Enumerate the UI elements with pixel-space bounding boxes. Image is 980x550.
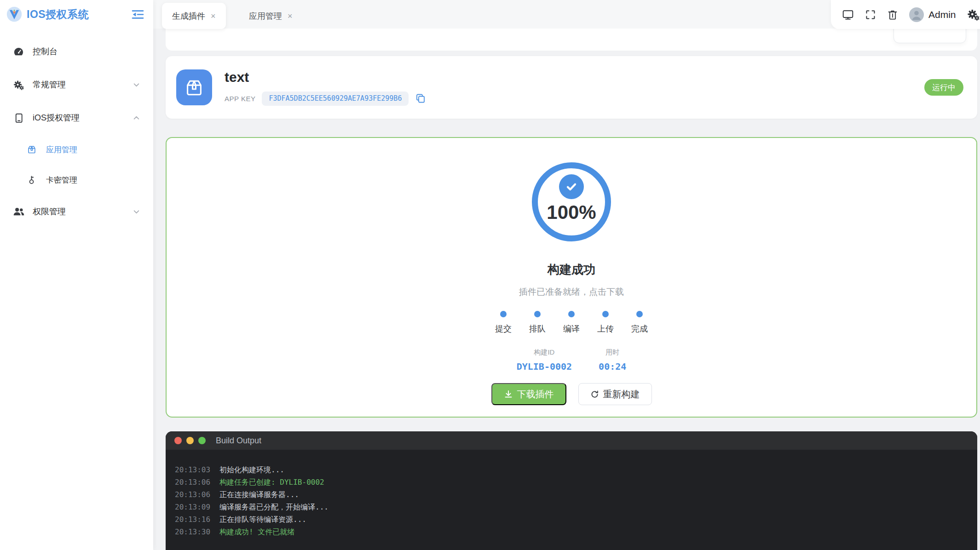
build-actions: 下载插件 重新构建 (491, 383, 652, 405)
refresh-icon (590, 390, 599, 399)
sidebar-item-label: 应用管理 (46, 144, 77, 155)
mobile-device-icon (12, 113, 24, 123)
build-status-subtitle: 插件已准备就绪，点击下载 (519, 286, 624, 298)
duration-label: 用时 (605, 348, 619, 357)
chevron-up-icon (133, 114, 140, 122)
log-line: 20:13:06构建任务已创建: DYLIB-0002 (175, 476, 977, 488)
scrolled-card-remnant (166, 29, 977, 51)
build-result-card: 100% 构建成功 插件已准备就绪，点击下载 提交 排队 编译 上传 完成 构建… (166, 137, 977, 418)
app-title: IOS授权系统 (27, 7, 127, 22)
sidebar-item-ios-auth-management[interactable]: iOS授权管理 (0, 101, 153, 134)
download-plugin-button[interactable]: 下载插件 (491, 383, 566, 405)
step-dot (636, 311, 643, 317)
progress-percent: 100% (547, 201, 596, 223)
chevron-down-icon (133, 81, 140, 89)
traffic-light-green-icon (198, 437, 206, 444)
user-menu[interactable]: Admin (909, 7, 956, 22)
step-upload: 上传 (592, 311, 619, 334)
step-dot (534, 311, 541, 317)
tab-app-management[interactable]: 应用管理 × (239, 3, 303, 29)
app-key-value[interactable]: F3DFA5DB2C5EE560929AE7A93FE299B6 (262, 92, 409, 106)
log-line: 20:13:16正在排队等待编译资源... (175, 513, 977, 526)
log-line: 20:13:30构建成功! 文件已就绪 (175, 526, 977, 538)
package-icon (26, 144, 38, 155)
tab-generate-plugin[interactable]: 生成插件 × (162, 3, 226, 29)
log-line: 20:13:09编译服务器已分配，开始编译... (175, 501, 977, 513)
sidebar-item-label: 控制台 (33, 46, 58, 57)
users-icon (12, 206, 24, 217)
step-dot (568, 311, 575, 317)
fullscreen-icon[interactable] (865, 9, 876, 20)
monitor-icon[interactable] (842, 9, 854, 21)
log-line: 20:13:06正在连接编译服务器... (175, 488, 977, 501)
progress-ring: 100% (532, 162, 611, 241)
sidebar-item-label: 权限管理 (33, 206, 66, 217)
app-logo-icon (6, 6, 22, 22)
step-submit: 提交 (490, 311, 517, 334)
app-info: text APP KEY F3DFA5DB2C5EE560929AE7A93FE… (225, 69, 426, 106)
sidebar-menu: 控制台 (0, 29, 153, 228)
check-circle-icon (559, 174, 584, 199)
log-line: 20:13:03初始化构建环境... (175, 464, 977, 476)
sidebar-item-label: 卡密管理 (46, 175, 77, 185)
close-icon[interactable]: × (211, 12, 216, 20)
build-status-title: 构建成功 (548, 262, 595, 278)
sidebar-item-card-key-management[interactable]: 卡密管理 (0, 165, 153, 195)
traffic-light-yellow-icon (186, 437, 194, 444)
step-dot (500, 311, 507, 317)
step-queue: 排队 (524, 311, 551, 334)
sidebar-item-dashboard[interactable]: 控制台 (0, 35, 153, 68)
chevron-down-icon (133, 208, 140, 216)
app-key-label: APP KEY (225, 95, 255, 103)
duration-block: 用时 00:24 (599, 348, 626, 372)
tab-label: 应用管理 (249, 11, 282, 22)
sidebar-item-general-management[interactable]: 常规管理 (0, 68, 153, 101)
gears-icon (12, 80, 24, 90)
build-id-block: 构建ID DYLIB-0002 (517, 348, 572, 372)
sidebar-item-permission-management[interactable]: 权限管理 (0, 195, 153, 228)
avatar (909, 7, 924, 22)
sidebar-item-app-management[interactable]: 应用管理 (0, 134, 153, 165)
build-steps: 提交 排队 编译 上传 完成 (490, 311, 653, 334)
tab-label: 生成插件 (172, 11, 205, 22)
traffic-light-red-icon (174, 437, 182, 444)
step-done: 完成 (626, 311, 653, 334)
sidebar: IOS授权系统 控制台 (0, 0, 153, 550)
key-icon (26, 175, 38, 185)
step-dot (602, 311, 609, 317)
step-compile: 编译 (558, 311, 585, 334)
build-id-value: DYLIB-0002 (517, 361, 572, 372)
topbar-actions: Admin (831, 0, 980, 29)
app-name: text (225, 69, 426, 85)
terminal-log: 20:13:03初始化构建环境... 20:13:06构建任务已创建: DYLI… (166, 450, 977, 538)
terminal-header: Build Output (166, 431, 977, 450)
sidebar-item-label: 常规管理 (33, 79, 66, 90)
build-meta: 构建ID DYLIB-0002 用时 00:24 (517, 348, 627, 372)
user-name: Admin (928, 9, 956, 20)
status-badge: 运行中 (924, 79, 963, 96)
app-package-icon (176, 69, 212, 105)
sidebar-item-label: iOS授权管理 (33, 112, 80, 123)
close-icon[interactable]: × (288, 12, 293, 20)
logo-row: IOS授权系统 (0, 0, 153, 29)
app-key-row: APP KEY F3DFA5DB2C5EE560929AE7A93FE299B6 (225, 92, 426, 106)
duration-value: 00:24 (599, 361, 626, 372)
rebuild-button[interactable]: 重新构建 (578, 383, 652, 405)
trash-icon[interactable] (887, 9, 898, 20)
copy-icon[interactable] (415, 93, 426, 104)
sidebar-collapse-icon[interactable] (132, 9, 144, 20)
dashboard-icon (12, 46, 24, 57)
download-icon (504, 390, 513, 399)
terminal-title: Build Output (216, 436, 261, 446)
build-id-label: 构建ID (534, 348, 554, 357)
app-info-card: text APP KEY F3DFA5DB2C5EE560929AE7A93FE… (166, 56, 977, 119)
build-output-terminal: Build Output 20:13:03初始化构建环境... 20:13:06… (166, 431, 977, 550)
settings-gear-icon[interactable] (967, 8, 980, 21)
